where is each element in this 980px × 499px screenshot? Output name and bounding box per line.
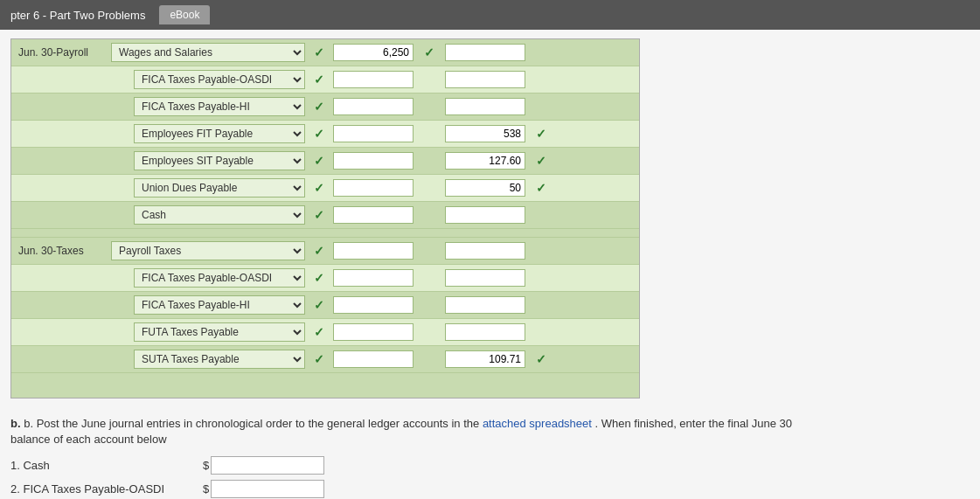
- account-select[interactable]: Payroll Taxes: [111, 241, 305, 260]
- credit-input[interactable]: [445, 125, 525, 142]
- debit-input[interactable]: [333, 323, 414, 341]
- account-cell[interactable]: Payroll Taxes: [108, 238, 309, 264]
- debit-cell[interactable]: [330, 293, 417, 317]
- account-select[interactable]: Cash: [134, 205, 305, 225]
- credit-cell[interactable]: [441, 320, 529, 344]
- check3-col: ✓: [529, 127, 553, 141]
- debit-input[interactable]: [333, 242, 414, 260]
- credit-cell[interactable]: [441, 121, 529, 146]
- account-cell[interactable]: Employees FIT Payable: [108, 121, 309, 147]
- credit-cell[interactable]: [441, 293, 529, 317]
- debit-cell[interactable]: [330, 239, 417, 263]
- debit-input[interactable]: [333, 269, 414, 287]
- credit-input[interactable]: [445, 296, 525, 314]
- account-select[interactable]: Employees SIT Payable: [134, 151, 305, 170]
- ledger-label-cash: 1. Cash: [10, 459, 203, 472]
- credit-cell[interactable]: [441, 149, 529, 173]
- debit-cell[interactable]: [330, 176, 417, 200]
- spreadsheet-link[interactable]: attached spreadsheet: [483, 417, 592, 430]
- check-col: ✓: [309, 127, 330, 141]
- account-cell[interactable]: FICA Taxes Payable-HI: [108, 94, 309, 120]
- account-cell[interactable]: SUTA Taxes Payable: [108, 346, 309, 372]
- account-select[interactable]: Union Dues Payable: [134, 178, 305, 198]
- debit-input[interactable]: [333, 296, 414, 314]
- debit-input[interactable]: [333, 179, 414, 197]
- account-cell[interactable]: Union Dues Payable: [108, 175, 309, 201]
- credit-cell[interactable]: [441, 203, 529, 227]
- fica-oasdi-balance-input[interactable]: [211, 480, 324, 498]
- credit-input[interactable]: [445, 44, 525, 61]
- debit-cell[interactable]: [330, 320, 417, 344]
- debit-input[interactable]: [333, 152, 414, 170]
- check-col: ✓: [309, 45, 330, 59]
- check-mark: ✓: [314, 298, 324, 312]
- credit-cell[interactable]: [441, 266, 529, 290]
- debit-cell[interactable]: [330, 121, 417, 146]
- credit-input[interactable]: [445, 71, 525, 88]
- debit-input[interactable]: [333, 350, 414, 368]
- account-cell[interactable]: FICA Taxes Payable-HI: [108, 292, 309, 318]
- credit-cell[interactable]: [441, 67, 529, 92]
- account-select[interactable]: FICA Taxes Payable-OASDI: [134, 268, 305, 288]
- account-cell[interactable]: Wages and Salaries: [108, 39, 309, 66]
- credit-cell[interactable]: [441, 347, 529, 371]
- check-col: ✓: [309, 100, 330, 114]
- credit-input[interactable]: [445, 206, 525, 224]
- account-select[interactable]: FICA Taxes Payable-HI: [134, 97, 305, 116]
- debit-cell[interactable]: [330, 40, 417, 65]
- credit-cell[interactable]: [441, 239, 529, 263]
- debit-cell[interactable]: [330, 203, 417, 227]
- credit-cell[interactable]: [441, 94, 529, 119]
- credit-input[interactable]: [445, 98, 525, 115]
- credit-input[interactable]: [445, 269, 525, 287]
- debit-cell[interactable]: [330, 266, 417, 290]
- account-select[interactable]: FUTA Taxes Payable: [134, 322, 305, 342]
- check-mark: ✓: [314, 244, 324, 258]
- debit-input[interactable]: [333, 71, 414, 88]
- date-cell: [11, 274, 108, 281]
- debit-input[interactable]: [333, 98, 414, 115]
- debit-input[interactable]: [333, 125, 414, 142]
- check-mark: ✓: [314, 45, 324, 59]
- padding-row: [11, 373, 639, 398]
- debit-cell[interactable]: [330, 347, 417, 371]
- account-cell[interactable]: Cash: [108, 202, 309, 228]
- account-select[interactable]: Employees FIT Payable: [134, 124, 305, 143]
- ebook-tab[interactable]: eBook: [159, 5, 210, 24]
- credit-input[interactable]: [445, 152, 525, 170]
- account-select[interactable]: SUTA Taxes Payable: [134, 350, 305, 369]
- check-col: ✓: [309, 73, 330, 87]
- date-cell: [11, 301, 108, 308]
- date-cell: [11, 130, 108, 137]
- credit-cell[interactable]: [441, 176, 529, 200]
- credit-input[interactable]: [445, 323, 525, 341]
- account-cell[interactable]: FICA Taxes Payable-OASDI: [108, 66, 309, 93]
- check-mark: ✓: [424, 45, 434, 59]
- debit-input[interactable]: [333, 44, 414, 61]
- table-row: Cash ✓: [11, 202, 639, 229]
- credit-input[interactable]: [445, 350, 525, 368]
- debit-cell[interactable]: [330, 94, 417, 119]
- account-select[interactable]: FICA Taxes Payable-OASDI: [134, 70, 305, 89]
- cash-balance-input[interactable]: [211, 456, 324, 475]
- table-row: FICA Taxes Payable-OASDI ✓: [11, 265, 639, 292]
- date-cell: [11, 103, 108, 110]
- account-select[interactable]: FICA Taxes Payable-HI: [134, 295, 305, 315]
- credit-input[interactable]: [445, 242, 525, 260]
- debit-cell[interactable]: [330, 67, 417, 92]
- check-col: ✓: [309, 154, 330, 168]
- debit-input[interactable]: [333, 206, 414, 224]
- credit-cell[interactable]: [441, 40, 529, 65]
- debit-cell[interactable]: [330, 149, 417, 173]
- window-title: pter 6 - Part Two Problems: [10, 9, 145, 22]
- check-col: ✓: [309, 244, 330, 258]
- ledger-item-fica-oasdi: 2. FICA Taxes Payable-OASDI $: [10, 480, 797, 498]
- account-cell[interactable]: Employees SIT Payable: [108, 148, 309, 174]
- account-cell[interactable]: FUTA Taxes Payable: [108, 319, 309, 345]
- dollar-sign: $: [203, 459, 209, 472]
- table-row: Employees FIT Payable ✓ ✓: [11, 121, 639, 148]
- account-cell[interactable]: FICA Taxes Payable-OASDI: [108, 265, 309, 291]
- account-select[interactable]: Wages and Salaries: [111, 43, 305, 62]
- date-cell: [11, 211, 108, 218]
- credit-input[interactable]: [445, 179, 525, 197]
